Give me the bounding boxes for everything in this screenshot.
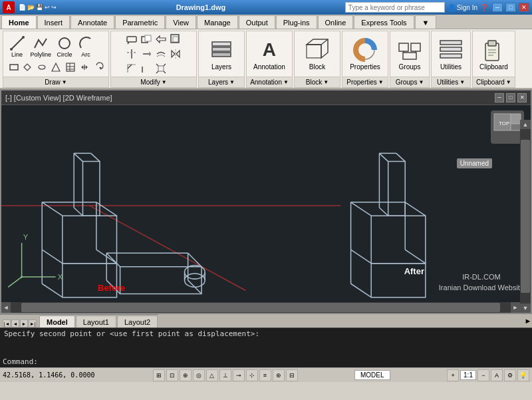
tab-model[interactable]: Model xyxy=(39,315,75,327)
tab-output[interactable]: Output xyxy=(239,15,275,29)
tab-insert[interactable]: Insert xyxy=(37,15,70,29)
erase-button[interactable] xyxy=(125,33,138,46)
utilities-group-label[interactable]: Utilities ▼ xyxy=(432,77,470,87)
scroll-thumb-v[interactable] xyxy=(521,140,530,293)
zoom-out-btn[interactable]: − xyxy=(477,369,489,381)
explode-button[interactable] xyxy=(154,62,168,75)
restore-btn[interactable]: □ xyxy=(505,3,516,12)
groups-button[interactable]: Groups xyxy=(394,35,426,73)
tab-home[interactable]: Home xyxy=(1,15,37,29)
stretch-button[interactable] xyxy=(154,33,168,46)
scroll-up-btn[interactable]: ▲ xyxy=(520,120,531,129)
scale-button[interactable] xyxy=(169,33,182,46)
fillet-button[interactable] xyxy=(140,62,153,75)
viewport-cube[interactable]: TOP xyxy=(491,110,524,144)
rect-button[interactable] xyxy=(7,61,21,74)
annotation-button[interactable]: A Annotation xyxy=(249,35,289,73)
tab-next-btn[interactable]: ► xyxy=(20,319,28,327)
tab-last-btn[interactable]: ►| xyxy=(29,319,37,327)
tab-express-tools[interactable]: Express Tools xyxy=(354,15,414,29)
offset-button[interactable] xyxy=(154,47,168,61)
otrack-toggle[interactable]: ⊥ xyxy=(219,369,231,381)
layers-group-label[interactable]: Layers ▼ xyxy=(199,77,244,87)
qa-new[interactable]: 📄 xyxy=(19,4,26,11)
trim-button[interactable] xyxy=(125,47,138,61)
block-group-label[interactable]: Block ▼ xyxy=(295,77,340,87)
tab-annotate[interactable]: Annotate xyxy=(70,15,114,29)
canvas-area[interactable]: Y X Before After IR-DL.COM Iranian Downl… xyxy=(1,105,531,313)
command-input[interactable] xyxy=(41,357,529,366)
qp-toggle[interactable]: ⊛ xyxy=(273,369,285,381)
extend-button[interactable] xyxy=(140,47,153,61)
arc-button[interactable]: Arc xyxy=(76,34,96,60)
sc-toggle[interactable]: ⊟ xyxy=(286,369,298,381)
scroll-thumb-h[interactable] xyxy=(21,303,500,312)
minimize-btn[interactable]: ─ xyxy=(492,3,503,12)
gear-btn[interactable]: ⚙ xyxy=(504,369,516,381)
tab-more[interactable]: ▼ xyxy=(415,15,437,29)
polyline-button[interactable]: Polyline xyxy=(29,34,54,60)
rotate-button[interactable] xyxy=(92,61,105,74)
copy-button[interactable] xyxy=(140,33,153,46)
sign-in-btn[interactable]: 👤 Sign In xyxy=(448,4,477,11)
boundary-button[interactable] xyxy=(49,61,63,74)
vp-close-btn[interactable]: ✕ xyxy=(517,93,527,102)
grid-toggle[interactable]: ⊞ xyxy=(153,369,165,381)
properties-expand-arrow: ▼ xyxy=(378,79,384,85)
polar-toggle[interactable]: ◎ xyxy=(193,369,205,381)
layers-button[interactable]: Layers xyxy=(205,35,237,73)
close-btn[interactable]: ✕ xyxy=(519,3,529,12)
zoom-in-btn[interactable]: + xyxy=(447,369,459,381)
osnap-toggle[interactable]: △ xyxy=(206,369,218,381)
tab-plugins[interactable]: Plug-ins xyxy=(276,15,317,29)
chamfer-button[interactable] xyxy=(125,62,138,75)
line-button[interactable]: Line xyxy=(7,34,27,60)
search-input[interactable] xyxy=(345,2,445,13)
tab-view[interactable]: View xyxy=(166,15,196,29)
tab-scroll-right[interactable]: ► xyxy=(524,314,532,327)
draw-group-label[interactable]: Draw ▼ xyxy=(3,77,108,87)
dyn-toggle[interactable]: ⊹ xyxy=(246,369,258,381)
properties-button[interactable]: Properties xyxy=(346,35,384,73)
qa-open[interactable]: 📂 xyxy=(27,4,35,11)
move-button[interactable] xyxy=(78,61,91,74)
qa-redo[interactable]: ↪ xyxy=(51,4,57,11)
tab-first-btn[interactable]: |◄ xyxy=(3,319,11,327)
qa-undo[interactable]: ↩ xyxy=(45,4,50,11)
annotation-group-label[interactable]: Annotation ▼ xyxy=(247,77,292,87)
groups-group-label[interactable]: Groups ▼ xyxy=(390,77,429,87)
ducs-toggle[interactable]: ⊸ xyxy=(233,369,245,381)
utilities-button[interactable]: Utilities xyxy=(435,35,467,73)
vp-restore-btn[interactable]: □ xyxy=(506,93,515,102)
vertical-scrollbar[interactable]: ▲ ▼ xyxy=(520,120,531,313)
clipboard-button[interactable]: Clipboard xyxy=(475,35,512,73)
horizontal-scrollbar[interactable]: ◄ ► xyxy=(1,302,520,313)
scroll-down-btn[interactable]: ▼ xyxy=(520,303,531,313)
scroll-left-btn[interactable]: ◄ xyxy=(1,302,11,313)
clipboard-group-label[interactable]: Clipboard ▼ xyxy=(473,77,515,87)
mirror-button[interactable] xyxy=(169,47,182,61)
tab-layout1[interactable]: Layout1 xyxy=(76,315,116,327)
scroll-right-btn[interactable]: ► xyxy=(511,302,520,313)
gradient-button[interactable] xyxy=(35,61,49,74)
ortho-toggle[interactable]: ⊕ xyxy=(180,369,192,381)
hatch-button[interactable] xyxy=(21,61,35,74)
lw-toggle[interactable]: ≡ xyxy=(259,369,271,381)
circle-button[interactable]: Circle xyxy=(55,34,74,60)
model-space-btn[interactable]: MODEL xyxy=(354,370,390,380)
table-button[interactable] xyxy=(64,61,77,74)
tab-prev-btn[interactable]: ◄ xyxy=(11,319,19,327)
tab-manage[interactable]: Manage xyxy=(197,15,238,29)
tab-online[interactable]: Online xyxy=(318,15,354,29)
snap-toggle[interactable]: ⊡ xyxy=(166,369,178,381)
properties-group-label[interactable]: Properties ▼ xyxy=(342,77,388,87)
annotation-scale-btn[interactable]: A xyxy=(491,369,503,381)
tab-parametric[interactable]: Parametric xyxy=(115,15,165,29)
tab-layout2[interactable]: Layout2 xyxy=(117,315,158,327)
qa-save[interactable]: 💾 xyxy=(36,4,43,11)
modify-group-label[interactable]: Modify ▼ xyxy=(111,77,196,87)
lightbulb-btn[interactable]: 💡 xyxy=(517,369,529,381)
help-btn[interactable]: ❓ xyxy=(480,4,489,11)
vp-minimize-btn[interactable]: ─ xyxy=(495,93,504,102)
block-button[interactable]: Block xyxy=(301,35,333,73)
